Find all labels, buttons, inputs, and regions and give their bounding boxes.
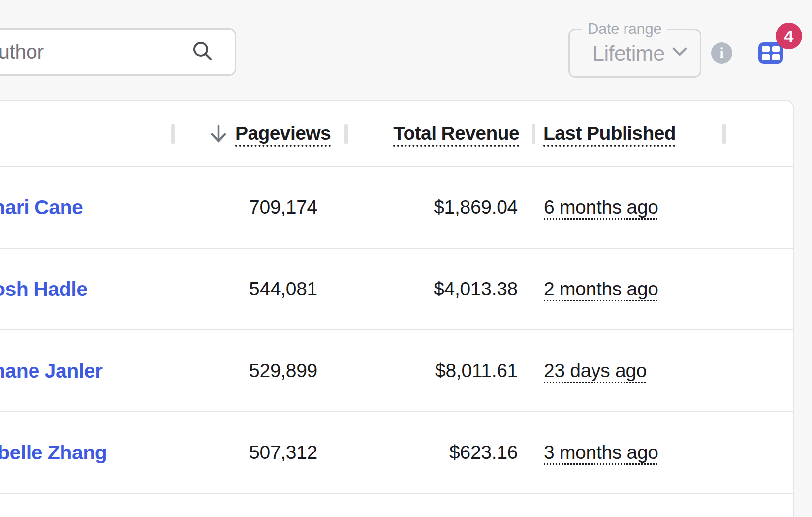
table-row: nane Janler 529,899 $8,011.61 23 days ag… [0,330,793,412]
last-published-cell[interactable]: 2 months ago [544,278,658,300]
table-row: belle Zhang 507,312 $623.16 3 months ago [0,412,793,494]
chevron-down-icon [672,47,687,59]
revenue-cell: $8,011.61 [373,360,518,382]
search-icon[interactable] [191,40,214,65]
date-range-label: Date range [582,20,667,38]
header-total-revenue[interactable]: Total Revenue [376,123,519,144]
author-link[interactable]: osh Hadle [0,278,87,301]
author-link[interactable]: nane Janler [0,359,102,383]
table-row: nari Cane 709,174 $1,869.04 6 months ago [0,167,793,249]
date-range-select[interactable]: Date range Lifetime [568,29,701,78]
revenue-cell: $623.16 [373,442,518,463]
search-input[interactable]: uthor [0,28,236,76]
column-divider [532,124,535,144]
revenue-cell: $1,869.04 [373,196,518,218]
badge-count: 4 [784,27,794,46]
header-last-published[interactable]: Last Published [543,123,676,144]
author-link[interactable]: belle Zhang [0,441,107,464]
page: uthor Date range Lifetime i 4 [0,0,812,517]
notification-badge: 4 [776,23,802,49]
sort-descending-icon [209,123,228,147]
pageviews-cell: 544,081 [187,278,317,300]
last-published-cell[interactable]: 3 months ago [544,442,658,463]
column-divider [722,124,726,144]
table-row: osh Hadle 544,081 $4,013.38 2 months ago [0,249,793,330]
table-card: Pageviews Total Revenue Last Published n… [0,100,794,517]
pageviews-cell: 529,899 [187,360,317,382]
revenue-cell: $4,013.38 [373,278,518,300]
pageviews-cell: 507,312 [187,442,317,463]
info-icon: i [719,45,723,61]
last-published-cell[interactable]: 6 months ago [544,196,658,218]
search-placeholder: uthor [0,40,44,64]
author-link[interactable]: nari Cane [0,196,83,219]
column-divider [171,124,175,144]
table-icon [762,46,770,52]
date-range-value: Lifetime [593,41,665,65]
table-body: nari Cane 709,174 $1,869.04 6 months ago… [0,167,793,494]
column-divider [344,124,348,144]
table-header: Pageviews Total Revenue Last Published [0,101,793,167]
info-button[interactable]: i [711,42,732,64]
header-pageviews[interactable]: Pageviews [235,123,331,144]
last-published-cell[interactable]: 23 days ago [544,360,647,382]
pageviews-cell: 709,174 [187,196,317,218]
